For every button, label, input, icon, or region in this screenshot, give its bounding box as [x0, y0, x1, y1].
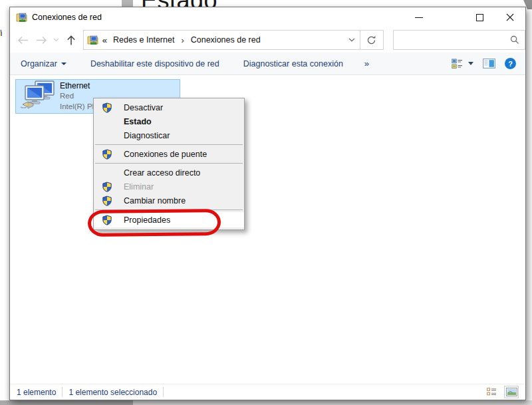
close-icon — [506, 13, 514, 21]
status-bar: 1 elemento 1 elemento seleccionado — [10, 384, 525, 400]
help-button[interactable]: ? — [505, 58, 516, 69]
menu-separator — [95, 144, 243, 145]
network-folder-icon — [16, 12, 27, 23]
menu-item-conexiones-de-puente[interactable]: Conexiones de puente — [94, 147, 244, 161]
menu-item-eliminar: Eliminar — [94, 180, 244, 194]
breadcrumb-separator-icon: › — [176, 35, 189, 45]
organize-button[interactable]: Organizar — [21, 59, 66, 68]
organize-label: Organizar — [21, 59, 57, 68]
double-chevron-icon: » — [364, 59, 369, 68]
connection-name: Ethernet — [60, 81, 104, 92]
menu-item-label: Estado — [120, 117, 152, 126]
chevron-down-icon — [348, 38, 355, 42]
breadcrumb-overflow[interactable]: « — [102, 35, 107, 45]
command-bar: Organizar Deshabilitar este dispositivo … — [10, 53, 525, 75]
address-dropdown-button[interactable] — [344, 38, 360, 42]
menu-separator — [95, 163, 243, 164]
refresh-icon — [366, 35, 376, 45]
menu-item-label: Conexiones de puente — [120, 150, 207, 159]
maximize-icon — [476, 14, 483, 21]
dropdown-caret-icon — [61, 63, 66, 65]
search-input[interactable] — [394, 31, 510, 49]
help-icon: ? — [508, 60, 513, 68]
up-arrow-icon — [66, 35, 76, 45]
forward-icon — [36, 36, 47, 45]
diagnose-connection-label: Diagnosticar esta conexión — [243, 59, 343, 68]
refresh-button[interactable] — [360, 31, 383, 49]
forward-button[interactable] — [33, 31, 51, 49]
change-view-button[interactable] — [452, 59, 473, 69]
uac-shield-icon — [102, 182, 120, 192]
background-bottom-strip-right — [133, 400, 532, 405]
uac-shield-icon — [102, 102, 120, 113]
recent-locations-button[interactable] — [51, 31, 62, 49]
selection-count: 1 elemento seleccionado — [68, 388, 157, 397]
chevron-down-icon — [53, 38, 59, 42]
minimize-button[interactable] — [408, 7, 430, 27]
breadcrumb-item-conexiones-de-red[interactable]: Conexiones de red — [190, 35, 262, 45]
item-count: 1 elemento — [17, 388, 56, 397]
details-view-button[interactable] — [484, 386, 499, 398]
status-view-toggles — [484, 386, 519, 398]
toolbar-overflow-button[interactable]: » — [364, 59, 369, 68]
preview-pane-icon — [483, 59, 495, 68]
menu-item-desactivar[interactable]: Desactivar — [94, 100, 244, 114]
status-divider — [163, 387, 164, 397]
annotation-red-circle — [88, 209, 221, 237]
file-list-area[interactable]: Ethernet Red Intel(R) PRO Desactivar Est… — [10, 76, 525, 385]
screen: { "colors": { "accent_blue": "#1d4179", … — [0, 0, 532, 405]
search-icon — [510, 35, 519, 45]
uac-shield-icon — [102, 149, 120, 160]
back-button[interactable] — [14, 31, 33, 49]
menu-item-estado[interactable]: Estado — [94, 114, 244, 128]
menu-item-label: Diagnosticar — [120, 131, 170, 140]
title-bar[interactable]: Conexiones de red — [10, 7, 525, 27]
status-divider — [62, 387, 63, 397]
large-icons-view-icon — [506, 388, 517, 396]
minimize-icon — [415, 17, 423, 18]
large-icons-view-button[interactable] — [504, 386, 519, 398]
background-bottom-strip-left — [0, 400, 133, 405]
navigation-bar: « Redes e Internet › Conexiones de red — [10, 27, 525, 53]
explorer-window: Conexiones de red — [9, 7, 526, 400]
menu-item-diagnosticar[interactable]: Diagnosticar — [94, 128, 244, 142]
preview-pane-button[interactable] — [483, 59, 495, 68]
view-options-icon — [452, 59, 463, 69]
maximize-button[interactable] — [468, 7, 491, 27]
menu-item-cambiar-nombre[interactable]: Cambiar nombre — [94, 194, 244, 207]
address-location-icon — [87, 35, 98, 45]
menu-item-label: Desactivar — [120, 103, 163, 112]
window-title: Conexiones de red — [32, 13, 102, 22]
breadcrumb-item-redes-e-internet[interactable]: Redes e Internet — [112, 35, 176, 45]
details-view-icon — [487, 388, 497, 396]
background-text-fragment: fi — [0, 28, 3, 38]
close-button[interactable] — [499, 7, 521, 27]
up-button[interactable] — [62, 31, 80, 49]
toolbar-right-group: ? — [452, 58, 516, 69]
menu-item-label: Crear acceso directo — [120, 168, 200, 178]
diagnose-connection-button[interactable]: Diagnosticar esta conexión — [243, 59, 343, 68]
view-dropdown-caret-icon — [468, 62, 473, 65]
ethernet-adapter-icon — [20, 80, 57, 113]
menu-item-crear-acceso-directo[interactable]: Crear acceso directo — [94, 166, 244, 180]
back-icon — [17, 36, 29, 45]
disable-device-button[interactable]: Deshabilitar este dispositivo de red — [90, 59, 219, 68]
uac-shield-icon — [102, 196, 120, 206]
disable-device-label: Deshabilitar este dispositivo de red — [90, 59, 219, 68]
search-box[interactable] — [393, 30, 525, 50]
address-bar[interactable]: « Redes e Internet › Conexiones de red — [83, 30, 384, 50]
menu-item-label: Eliminar — [120, 182, 154, 192]
menu-item-label: Cambiar nombre — [120, 196, 186, 205]
